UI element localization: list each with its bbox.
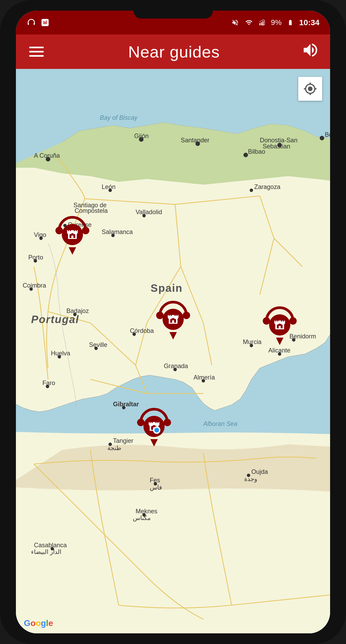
svg-rect-2 — [261, 22, 262, 25]
svg-text:Porto: Porto — [28, 254, 43, 261]
bay-of-biscay-label: Bay of Biscay — [100, 114, 138, 121]
svg-text:وجدة: وجدة — [244, 475, 257, 483]
map-svg: Bay of Biscay Alboran Sea Bordeaux Donos… — [16, 69, 330, 633]
phone-screen: 9% 10:34 Near guides — [16, 11, 330, 633]
svg-text:Gibraltar: Gibraltar — [113, 401, 139, 408]
svg-text:Santander: Santander — [181, 137, 209, 144]
svg-text:مكناس: مكناس — [133, 514, 151, 522]
map-container[interactable]: Bay of Biscay Alboran Sea Bordeaux Donos… — [16, 69, 330, 633]
svg-text:طنجة: طنجة — [107, 444, 121, 451]
svg-text:Valladolid: Valladolid — [135, 209, 162, 215]
castle-icon-madrid — [167, 314, 179, 325]
wifi-icon — [244, 19, 254, 26]
svg-text:فاس: فاس — [150, 484, 162, 491]
svg-text:Fes: Fes — [150, 477, 160, 484]
headphone-status-icon — [27, 18, 36, 27]
svg-text:Oujda: Oujda — [251, 468, 268, 475]
svg-text:Faro: Faro — [42, 380, 55, 386]
phone-frame: 9% 10:34 Near guides — [0, 0, 346, 644]
battery-icon — [286, 19, 295, 26]
hamburger-line-1 — [29, 47, 44, 48]
svg-text:Coimbra: Coimbra — [23, 282, 46, 289]
svg-point-96 — [164, 419, 171, 426]
castle-icon-valencia — [274, 319, 286, 331]
svg-text:Portugal: Portugal — [31, 313, 79, 325]
menu-button[interactable] — [27, 44, 46, 59]
svg-rect-3 — [262, 21, 264, 25]
svg-text:León: León — [102, 183, 116, 190]
svg-text:الدار البيضاء: الدار البيضاء — [31, 548, 61, 555]
svg-point-98 — [289, 317, 297, 325]
status-time: 10:34 — [299, 18, 319, 27]
svg-text:Sebastian: Sebastian — [263, 143, 290, 150]
crosshair-icon — [303, 82, 317, 96]
hamburger-line-3 — [29, 55, 44, 57]
hamburger-line-2 — [29, 51, 44, 52]
status-left-icons — [27, 18, 50, 27]
mute-icon — [231, 19, 240, 26]
svg-rect-4 — [264, 20, 265, 25]
user-location-dot — [153, 426, 160, 434]
svg-text:Gijón: Gijón — [134, 133, 149, 139]
castle-icon — [67, 229, 78, 240]
signal-icon — [258, 19, 267, 26]
svg-point-92 — [82, 227, 89, 234]
svg-text:Granada: Granada — [164, 363, 188, 369]
svg-text:Meknes: Meknes — [135, 508, 157, 515]
svg-text:Seville: Seville — [89, 341, 107, 348]
volume-button[interactable] — [301, 41, 319, 62]
svg-text:Spain: Spain — [151, 282, 183, 294]
google-logo: Google — [24, 618, 53, 628]
svg-rect-1 — [259, 23, 260, 25]
svg-text:Casablanca: Casablanca — [34, 542, 67, 549]
svg-text:Alicante: Alicante — [268, 347, 290, 354]
guide-pin-madrid[interactable] — [160, 306, 186, 339]
svg-point-26 — [243, 153, 248, 157]
svg-text:Tangier: Tangier — [113, 437, 133, 444]
svg-text:A Coruña: A Coruña — [34, 152, 60, 159]
svg-text:Benidorm: Benidorm — [290, 333, 316, 340]
svg-text:Bordeaux: Bordeaux — [325, 131, 330, 138]
svg-point-21 — [320, 136, 324, 140]
location-button[interactable] — [298, 77, 322, 101]
app-bar: Near guides — [16, 34, 330, 69]
page-title: Near guides — [128, 42, 220, 61]
svg-text:Córdoba: Córdoba — [130, 327, 154, 334]
alboran-sea-label: Alboran Sea — [203, 420, 237, 427]
status-right-icons: 9% 10:34 — [231, 18, 319, 27]
svg-text:Vigo: Vigo — [34, 231, 46, 238]
svg-text:Murcia: Murcia — [243, 338, 262, 345]
phone-notch — [133, 11, 213, 19]
svg-point-48 — [250, 189, 253, 192]
svg-text:Donostia-San: Donostia-San — [260, 137, 297, 144]
svg-text:Compostela: Compostela — [75, 207, 108, 214]
svg-text:Zaragoza: Zaragoza — [254, 183, 281, 190]
guide-pin-santiago[interactable] — [59, 221, 86, 255]
svg-text:Bilbao: Bilbao — [248, 148, 265, 155]
svg-text:Salamanca: Salamanca — [102, 228, 133, 235]
guide-pin-valencia[interactable] — [266, 312, 293, 345]
svg-text:Badajoz: Badajoz — [66, 307, 89, 314]
svg-point-94 — [183, 312, 190, 319]
svg-text:Almería: Almería — [194, 374, 215, 381]
battery-percent: 9% — [271, 18, 282, 27]
app-status-icon — [40, 18, 50, 27]
volume-icon — [301, 41, 319, 59]
